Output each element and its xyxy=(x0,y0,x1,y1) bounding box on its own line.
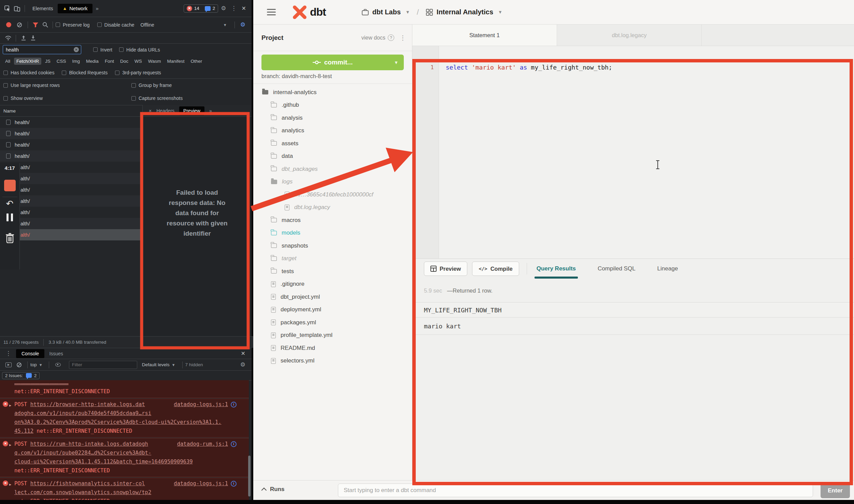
console-settings-gear-icon[interactable]: ⚙ xyxy=(238,361,248,368)
error-url[interactable]: 45.112 xyxy=(14,428,33,434)
delete-recording-icon[interactable] xyxy=(5,233,14,244)
console-sidebar-icon[interactable]: ▶ xyxy=(5,362,12,367)
error-url[interactable]: https://browser-http-intake.logs.dat xyxy=(30,401,145,407)
error-url[interactable]: on%3A3.0.2%2Cenv%3Aprod%2Cservice%3Adbt-… xyxy=(14,419,222,425)
tree-item-selectors-yml[interactable]: selectors.yml xyxy=(253,355,412,368)
tree-item-packages-yml[interactable]: packages.yml xyxy=(253,316,412,329)
console-filter-input[interactable] xyxy=(69,361,137,369)
expand-icon[interactable]: ▶ xyxy=(9,441,11,449)
tree-item-models[interactable]: models xyxy=(253,227,412,240)
chevron-down-icon[interactable]: ▼ xyxy=(223,23,227,27)
disable-cache-checkbox[interactable]: Disable cache xyxy=(97,22,134,28)
clear-network-icon[interactable] xyxy=(17,23,22,27)
tree-item-snapshots[interactable]: snapshots xyxy=(253,239,412,252)
issues-counter[interactable]: 2 Issues: 2 xyxy=(2,372,40,379)
source-link[interactable]: datadog-rum.js:1 xyxy=(177,440,228,448)
has-blocked-cookies-checkbox[interactable]: Has blocked cookies xyxy=(3,70,54,75)
type-filter-other[interactable]: Other xyxy=(188,58,204,65)
sql-editor[interactable]: 1 select 'mario kart' as my_life_right_n… xyxy=(412,46,854,283)
tree-item-nf-3665c416bfecb1000000cf[interactable]: .nf…3665c416bfecb1000000cf xyxy=(253,188,412,201)
tree-item-gitignore[interactable]: .gitignore xyxy=(253,278,412,291)
console-scrollbar[interactable] xyxy=(248,456,251,496)
results-row[interactable]: mario kart xyxy=(412,317,854,335)
tab-headers[interactable]: Headers xyxy=(156,108,174,114)
error-url[interactable]: …………………………………………… xyxy=(14,380,69,386)
import-har-icon[interactable] xyxy=(19,33,28,43)
search-icon[interactable] xyxy=(40,20,50,30)
more-detail-tabs-icon[interactable]: » xyxy=(209,108,212,114)
tree-item-internal-analytics[interactable]: internal-analytics xyxy=(253,86,412,99)
tree-item-analytics[interactable]: analytics xyxy=(253,124,412,137)
expand-icon[interactable]: ▶ xyxy=(9,480,11,489)
network-filter-input[interactable] xyxy=(3,45,81,54)
device-toolbar-icon[interactable] xyxy=(12,4,22,13)
group-by-frame-checkbox[interactable]: Group by frame xyxy=(131,83,172,88)
error-url[interactable]: cloud-ui%2Cversion%3A1.1.45.112&batch_ti… xyxy=(14,459,193,465)
results-tab-lineage[interactable]: Lineage xyxy=(655,259,680,279)
tree-item-readme-md[interactable]: README.md xyxy=(253,342,412,355)
network-conditions-icon[interactable] xyxy=(3,33,13,43)
expand-icon[interactable]: ▶ xyxy=(9,401,11,410)
request-row[interactable]: health/ xyxy=(0,128,142,139)
request-row[interactable]: alth/ xyxy=(0,229,142,240)
source-link[interactable]: datadog-logs.js:1 xyxy=(174,400,228,409)
project-kebab-icon[interactable]: ⋮ xyxy=(400,34,406,42)
filter-funnel-icon[interactable] xyxy=(31,20,40,30)
inspect-element-icon[interactable] xyxy=(3,4,12,13)
request-row[interactable]: alth/ xyxy=(0,207,142,218)
view-docs-link[interactable]: view docs ? xyxy=(361,34,394,41)
editor-tab-statement-1[interactable]: Statement 1 xyxy=(412,25,557,46)
hamburger-menu-icon[interactable] xyxy=(267,9,276,15)
preserve-log-checkbox[interactable]: Preserve log xyxy=(56,22,90,28)
live-expression-eye-icon[interactable] xyxy=(55,363,61,367)
more-tabs-icon[interactable]: » xyxy=(92,5,102,11)
close-console-icon[interactable]: ✕ xyxy=(238,350,248,357)
results-tab-query-results[interactable]: Query Results xyxy=(535,259,578,279)
blocked-requests-checkbox[interactable]: Blocked Requests xyxy=(62,70,108,75)
type-filter-media[interactable]: Media xyxy=(84,58,101,65)
invert-checkbox[interactable]: Invert xyxy=(93,47,112,53)
error-url[interactable]: q.com/v1/input/pube02284…d%2Cservice%3Ad… xyxy=(14,450,151,456)
tab-network[interactable]: ▲ Network xyxy=(58,4,92,13)
tree-item-github[interactable]: .github xyxy=(253,99,412,112)
tree-item-dbt-packages[interactable]: dbt_packages xyxy=(253,163,412,176)
error-url[interactable]: adoghq.com/v1/input/pub740de5f405dcdaa9…… xyxy=(14,410,151,416)
type-filter-fetch-xhr[interactable]: Fetch/XHR xyxy=(14,58,41,65)
log-levels-select[interactable]: Default levels xyxy=(142,362,170,367)
tab-elements[interactable]: Elements xyxy=(28,4,58,13)
type-filter-ws[interactable]: WS xyxy=(132,58,144,65)
request-row[interactable]: alth/ xyxy=(0,162,142,173)
tab-issues[interactable]: Issues xyxy=(44,349,68,358)
request-row[interactable]: alth/ xyxy=(0,218,142,229)
type-filter-css[interactable]: CSS xyxy=(54,58,69,65)
use-large-request-rows-checkbox[interactable]: Use large request rows xyxy=(3,83,60,88)
tree-item-target[interactable]: target xyxy=(253,252,412,265)
type-filter-img[interactable]: Img xyxy=(70,58,83,65)
request-row[interactable]: alth/ xyxy=(0,173,142,184)
name-column-header[interactable]: Name xyxy=(0,105,142,117)
commit-button[interactable]: commit... ▼ xyxy=(261,55,404,70)
record-icon[interactable] xyxy=(6,22,11,27)
clear-console-icon[interactable] xyxy=(17,362,22,367)
hidden-messages-count[interactable]: 7 hidden xyxy=(185,362,203,367)
type-filter-font[interactable]: Font xyxy=(102,58,116,65)
error-url[interactable]: lect.com/com.snowplowanalytics.snowplow/… xyxy=(14,489,151,495)
compile-button[interactable]: </> Compile xyxy=(472,262,519,276)
chevron-down-icon[interactable]: ▼ xyxy=(394,60,398,65)
request-row[interactable]: alth/ xyxy=(0,195,142,207)
tree-item-macros[interactable]: macros xyxy=(253,214,412,227)
dbt-logo[interactable]: dbt xyxy=(292,5,326,19)
hide-data-urls-checkbox[interactable]: Hide data URLs xyxy=(119,47,160,53)
tree-item-analysis[interactable]: analysis xyxy=(253,112,412,124)
type-filter-wasm[interactable]: Wasm xyxy=(146,58,163,65)
close-detail-icon[interactable]: × xyxy=(149,108,152,114)
tree-item-dbt-project-yml[interactable]: dbt_project.yml xyxy=(253,291,412,303)
request-row[interactable]: health/ xyxy=(0,139,142,150)
tree-item-tests[interactable]: tests xyxy=(253,265,412,278)
tree-item-assets[interactable]: assets xyxy=(253,137,412,150)
throttling-select[interactable]: Offline xyxy=(141,22,154,28)
tab-preview[interactable]: Preview xyxy=(179,106,204,115)
results-tab-compiled-sql[interactable]: Compiled SQL xyxy=(596,259,638,279)
type-filter-doc[interactable]: Doc xyxy=(118,58,131,65)
error-url[interactable]: https://rum-http-intake.logs.datadogh xyxy=(30,441,148,447)
